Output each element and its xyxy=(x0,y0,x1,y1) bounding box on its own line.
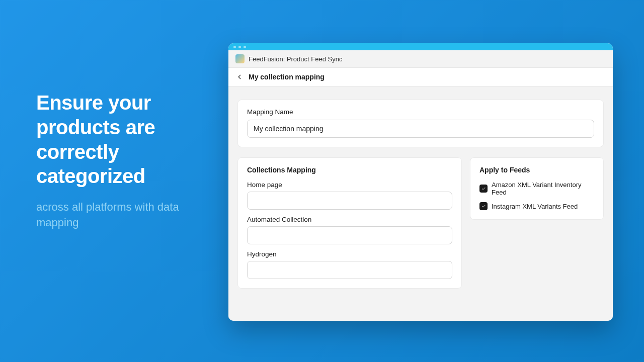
collection-input[interactable] xyxy=(247,226,452,244)
window-dot xyxy=(238,46,241,48)
feeds-heading: Apply to Feeds xyxy=(479,166,594,174)
mapping-name-card: Mapping Name xyxy=(237,100,604,147)
back-arrow-icon[interactable] xyxy=(236,73,244,80)
collection-label: Hydrogen xyxy=(247,250,452,258)
page-title: My collection mapping xyxy=(249,73,325,81)
app-title: FeedFusion: Product Feed Sync xyxy=(249,55,342,63)
page-title-bar: My collection mapping xyxy=(228,67,613,86)
collection-label: Automated Collection xyxy=(247,216,452,223)
checkbox-checked-icon[interactable] xyxy=(479,185,488,193)
window-titlebar xyxy=(228,43,613,50)
app-window: FeedFusion: Product Feed Sync My collect… xyxy=(228,43,613,321)
app-icon xyxy=(235,54,245,63)
mapping-name-input[interactable] xyxy=(247,120,594,138)
promo-headline: Ensure your products are correctly categ… xyxy=(36,90,207,189)
promo-stage: Ensure your products are correctly categ… xyxy=(0,0,644,362)
apply-to-feeds-card: Apply to Feeds Amazon XML Variant Invent… xyxy=(470,157,604,220)
mapping-name-label: Mapping Name xyxy=(247,108,594,116)
collection-input[interactable] xyxy=(247,192,452,210)
collection-item: Automated Collection xyxy=(247,216,452,244)
collection-input[interactable] xyxy=(247,261,452,279)
collection-item: Home page xyxy=(247,181,452,210)
promo-text: Ensure your products are correctly categ… xyxy=(36,90,207,231)
content-area: Mapping Name Collections Mapping Home pa… xyxy=(228,86,613,321)
window-dot xyxy=(244,46,246,48)
collection-label: Home page xyxy=(247,181,452,189)
feed-label: Instagram XML Variants Feed xyxy=(492,203,578,210)
feed-label: Amazon XML Variant Inventory Feed xyxy=(492,181,594,196)
app-header: FeedFusion: Product Feed Sync xyxy=(228,50,613,67)
feed-item[interactable]: Instagram XML Variants Feed xyxy=(479,202,594,210)
promo-subline: across all platforms with data mapping xyxy=(36,200,207,231)
collection-item: Hydrogen xyxy=(247,250,452,279)
collections-mapping-card: Collections Mapping Home page Automated … xyxy=(237,157,462,289)
collections-heading: Collections Mapping xyxy=(247,166,452,174)
window-dot xyxy=(233,46,236,48)
feed-item[interactable]: Amazon XML Variant Inventory Feed xyxy=(479,181,594,196)
checkbox-checked-icon[interactable] xyxy=(479,202,488,210)
